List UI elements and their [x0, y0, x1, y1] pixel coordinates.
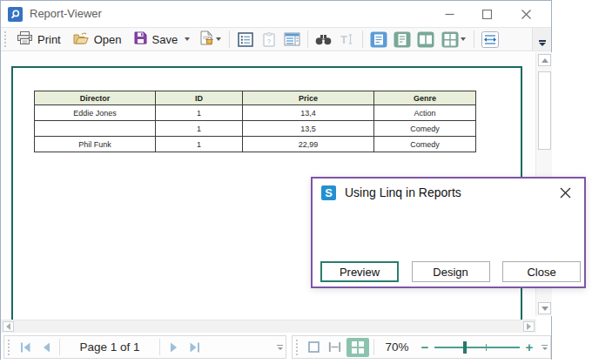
zoom-slider[interactable]: [434, 341, 520, 354]
fit-width-button[interactable]: [324, 337, 345, 357]
toolbar-grip[interactable]: [296, 340, 299, 355]
find-button[interactable]: [312, 29, 335, 50]
cell: 13,4: [243, 105, 374, 121]
dialog-titlebar: S Using Linq in Reports: [313, 179, 584, 206]
scroll-right-button[interactable]: [523, 321, 535, 332]
header-director: Director: [35, 91, 156, 105]
toolbar-grip[interactable]: [4, 31, 8, 47]
page-setup-icon: [284, 32, 300, 46]
arrow-down-icon: [542, 307, 548, 311]
scroll-up-button[interactable]: [538, 54, 551, 66]
close-dialog-button[interactable]: Close: [502, 261, 581, 282]
scroll-down-button[interactable]: [538, 302, 551, 314]
dialog-title: Using Linq in Reports: [345, 185, 461, 199]
table-row: 1 13,5 Comedy: [35, 121, 476, 137]
last-page-button[interactable]: [184, 337, 205, 357]
toolbar-separator: [229, 30, 230, 48]
toolbar-separator: [474, 30, 474, 48]
export-button[interactable]: [196, 29, 225, 50]
multi-page-dropdown-caret[interactable]: [461, 37, 466, 41]
multi-page-view-icon: [441, 31, 459, 48]
export-dropdown-caret[interactable]: [216, 37, 221, 41]
previous-page-button[interactable]: [36, 337, 57, 357]
vertical-scroll-thumb[interactable]: [538, 71, 551, 150]
first-page-icon: [20, 342, 31, 353]
zoom-in-button[interactable]: +: [521, 340, 537, 354]
next-page-button[interactable]: [163, 337, 184, 357]
open-folder-icon: [73, 32, 89, 47]
header-price: Price: [243, 91, 374, 105]
printer-icon: [17, 31, 32, 47]
page-width-icon: [481, 31, 499, 48]
toolbar-options-button[interactable]: [542, 345, 548, 350]
dialog-close-button[interactable]: [555, 182, 575, 203]
multiple-pages-zoom-button[interactable]: [346, 338, 369, 357]
zoom-percentage: 70%: [377, 340, 417, 354]
arrow-up-icon: [542, 58, 548, 63]
scroll-left-button[interactable]: [3, 321, 14, 332]
print-button[interactable]: Print: [11, 29, 67, 50]
page-setup-button[interactable]: [280, 29, 304, 50]
zoom-out-button[interactable]: −: [417, 340, 433, 354]
svg-text:T: T: [340, 33, 347, 45]
cell: [35, 121, 156, 137]
two-page-view-icon: [417, 31, 434, 48]
separator: [373, 339, 374, 355]
dialog-button-row: Preview Design Close: [320, 261, 581, 282]
export-icon: [200, 30, 214, 49]
open-label: Open: [94, 33, 122, 46]
close-button[interactable]: [508, 1, 543, 27]
maximize-button[interactable]: [469, 1, 504, 27]
horizontal-scrollbar[interactable]: [1, 320, 536, 333]
cell: 13,5: [243, 121, 374, 137]
page-navigation-toolbar: Page 1 of 1: [3, 335, 286, 359]
svg-text:?: ?: [266, 37, 271, 44]
header-id: ID: [156, 91, 243, 105]
cell: Phil Funk: [35, 137, 156, 152]
magnifier-app-icon: [8, 7, 23, 22]
cell: 1: [156, 105, 243, 121]
zoom-slider-track[interactable]: [434, 347, 520, 348]
grid-icon: [352, 341, 357, 347]
cell: 1: [156, 121, 243, 137]
toolbar-options-button[interactable]: [532, 28, 551, 51]
parameters-panel-button[interactable]: [233, 29, 257, 50]
two-page-view-button[interactable]: [414, 29, 437, 50]
fit-page-button[interactable]: [303, 337, 324, 357]
binoculars-icon: [315, 34, 332, 45]
arrow-right-icon: [527, 323, 531, 330]
save-floppy-icon: [134, 31, 147, 47]
single-page-view-button[interactable]: [367, 29, 390, 50]
window-title: Report-Viewer: [30, 1, 102, 27]
text-cursor-icon: T: [340, 33, 354, 45]
toolbar-grip[interactable]: [8, 340, 11, 355]
save-dropdown-caret[interactable]: [185, 37, 190, 41]
separator: [159, 339, 160, 355]
design-button[interactable]: Design: [412, 261, 490, 282]
page-width-button[interactable]: [478, 29, 501, 50]
zoom-slider-thumb[interactable]: [463, 341, 467, 354]
page-indicator: Page 1 of 1: [63, 340, 157, 354]
continuous-view-button[interactable]: [390, 29, 414, 50]
first-page-button[interactable]: [15, 337, 36, 357]
open-button[interactable]: Open: [67, 29, 128, 50]
titlebar: Report-Viewer: [1, 1, 551, 27]
fit-page-icon: [308, 341, 320, 353]
cell: Action: [374, 105, 476, 121]
table-row: Eddie Jones 1 13,4 Action: [35, 105, 476, 121]
minimize-button[interactable]: [432, 1, 467, 27]
stimulsoft-logo-icon: S: [321, 185, 336, 200]
separator: [59, 339, 60, 355]
statusbar: Page 1 of 1: [1, 333, 551, 360]
toolbar-options-icon: [539, 40, 546, 42]
cell: 1: [156, 137, 243, 152]
toolbar-options-button[interactable]: [277, 345, 283, 350]
report-table: Director ID Price Genre Eddie Jones 1 13…: [34, 91, 476, 152]
multi-page-view-button[interactable]: [437, 29, 470, 50]
text-select-button: T: [335, 29, 359, 50]
arrow-left-icon: [6, 323, 10, 330]
continuous-view-icon: [394, 31, 411, 48]
toolbar-separator: [362, 30, 363, 48]
save-button[interactable]: Save: [128, 29, 197, 50]
preview-button[interactable]: Preview: [320, 261, 399, 282]
